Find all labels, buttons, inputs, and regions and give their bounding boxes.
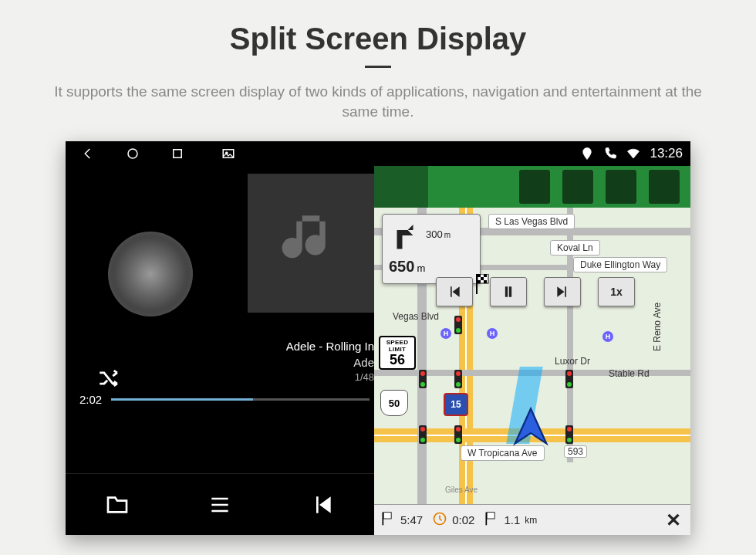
svg-rect-8 [481, 277, 484, 280]
svg-rect-15 [488, 513, 495, 519]
status-time: 13:26 [650, 146, 683, 161]
lane-arrow-icon [649, 170, 680, 204]
lane-arrow-icon [519, 170, 550, 204]
distance-unit: km [525, 515, 537, 526]
destination-flag-icon [474, 274, 491, 297]
highway-shield: 50 [380, 390, 408, 416]
street-label: S Las Vegas Blvd [488, 214, 575, 229]
hotel-poi-icon: H [440, 328, 451, 339]
turn-left-icon [389, 219, 421, 255]
svg-rect-1 [174, 150, 182, 158]
map-playback-controls: 1x [436, 277, 635, 306]
track-title: Adele - Rolling In [286, 339, 374, 354]
home-round-button[interactable] [108, 232, 193, 316]
eta-value: 5:47 [400, 513, 423, 526]
svg-rect-10 [484, 280, 487, 283]
street-label: Vegas Blvd [386, 310, 445, 323]
vehicle-cursor-icon [510, 405, 552, 447]
distance-value: 1.1 [504, 513, 520, 526]
playlist-button[interactable] [204, 489, 235, 520]
distance-flag-icon [484, 511, 499, 529]
interstate-shield: 15 [444, 393, 468, 416]
turn-instruction-box: 300 m 650 m [382, 214, 481, 284]
progress-bar[interactable] [111, 398, 370, 401]
street-label: W Tropicana Ave [461, 445, 545, 461]
picture-icon [221, 147, 235, 161]
traffic-light-icon [419, 425, 427, 444]
eta-flag-icon [380, 511, 396, 529]
device-frame: 13:26 Adele - Rolling In Ade 1/48 [66, 141, 690, 535]
location-icon [580, 147, 594, 161]
speed-limit-sign: SPEED LIMIT 56 [379, 336, 416, 370]
nav-bottom-bar: 5:47 0:02 1.1 km ✕ [374, 504, 690, 535]
turn-distance: 650 [389, 258, 414, 276]
svg-rect-9 [478, 280, 481, 283]
street-number: 593 [564, 445, 587, 458]
street-label: Koval Ln [550, 240, 600, 256]
home-icon[interactable] [126, 147, 140, 161]
wifi-icon [626, 147, 640, 161]
page-title: Split Screen Display [230, 22, 527, 56]
turn-distance-unit: m [417, 262, 425, 274]
clock-icon [432, 511, 447, 529]
then-distance: 300 [426, 228, 443, 240]
speed-limit-label: SPEED [380, 339, 414, 346]
music-note-icon [276, 207, 346, 279]
street-label: E Reno Ave [650, 296, 664, 357]
map-pause-button[interactable] [490, 277, 527, 306]
traffic-light-icon [454, 370, 462, 388]
map-next-button[interactable] [544, 277, 581, 306]
title-underline [365, 66, 391, 68]
hotel-poi-icon: H [602, 331, 613, 342]
lane-guidance-bar [374, 166, 690, 208]
traffic-light-icon [565, 370, 573, 388]
nav-close-button[interactable]: ✕ [663, 509, 684, 531]
street-label: Luxor Dr [548, 354, 596, 368]
hotel-poi-icon: H [487, 328, 498, 339]
album-art-placeholder [248, 174, 374, 313]
street-label: Giles Ave [439, 484, 484, 496]
speed-limit-value: 56 [380, 353, 414, 367]
time-remaining: 0:02 [452, 513, 474, 526]
then-distance-unit: m [444, 231, 451, 239]
phone-icon [603, 147, 617, 161]
previous-track-button[interactable] [307, 489, 338, 520]
street-label: Stable Rd [602, 367, 656, 381]
track-counter: 1/48 [355, 371, 374, 384]
music-pane: Adele - Rolling In Ade 1/48 2:02 [66, 166, 374, 535]
traffic-light-icon [565, 425, 573, 444]
folder-button[interactable] [102, 489, 133, 520]
lane-arrow-icon [606, 170, 636, 204]
svg-rect-7 [484, 274, 487, 277]
traffic-light-icon [454, 425, 462, 444]
svg-rect-6 [478, 274, 481, 277]
page-subtitle: It supports the same screen display of t… [39, 82, 717, 121]
back-icon[interactable] [81, 147, 95, 161]
elapsed-time: 2:02 [79, 393, 102, 406]
status-bar: 13:26 [66, 141, 690, 166]
shuffle-button[interactable] [96, 365, 123, 394]
map-speed-button[interactable]: 1x [598, 277, 635, 306]
navigation-pane: 300 m 650 m [374, 166, 690, 535]
recent-apps-icon[interactable] [170, 147, 184, 161]
traffic-light-icon [454, 316, 462, 334]
lane-guidance-fill [374, 166, 428, 208]
traffic-light-icon [419, 370, 427, 388]
map-speed-label: 1x [610, 286, 623, 298]
lane-arrow-icon [562, 170, 593, 204]
street-label: Duke Ellington Way [573, 257, 667, 272]
map-prev-button[interactable] [436, 277, 473, 306]
svg-rect-12 [383, 513, 391, 519]
svg-point-0 [128, 149, 137, 158]
track-artist: Ade [353, 355, 374, 371]
